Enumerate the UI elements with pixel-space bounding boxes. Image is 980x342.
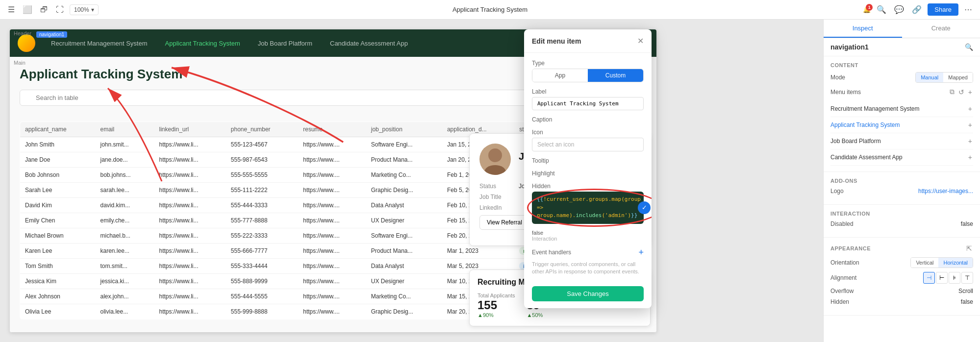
orientation-row: Orientation Vertical Horizontal (830, 257, 973, 268)
cell-email: jessica.ki... (95, 274, 154, 289)
view-referral-btn[interactable]: View Referral (479, 215, 529, 230)
add-menu-item-btn[interactable]: + (967, 87, 973, 97)
menu-icon-button[interactable]: ☰ (6, 3, 17, 16)
window-icon-button[interactable]: 🗗 (38, 3, 50, 16)
comments-icon[interactable]: 💬 (892, 3, 906, 16)
cell-name: Sarah Lee (20, 183, 96, 198)
notification-icon[interactable]: 🔔 (863, 6, 871, 13)
nav-items-list: Recruitment Management System + Applican… (830, 101, 973, 166)
copy-icon-btn[interactable]: ⧉ (949, 87, 955, 97)
nav-item-jobboard[interactable]: Job Board Platform (250, 36, 320, 51)
icon-label: Icon (532, 129, 644, 136)
add-jobboard-btn[interactable]: + (967, 136, 973, 146)
label-input[interactable] (532, 97, 644, 110)
cell-phone: 555-987-6543 (226, 152, 298, 168)
nav-item-recruitment[interactable]: Recruitment Management System (43, 36, 155, 51)
cell-phone: 555-777-8888 (226, 213, 298, 228)
cell-phone: 555-444-5555 (226, 289, 298, 304)
appearance-expand-btn[interactable]: ⇱ (965, 244, 973, 253)
overflow-value: Scroll (958, 288, 973, 294)
menu-item-actions: ⧉ ↺ + (949, 87, 973, 97)
event-handlers-label: Event handlers (532, 249, 571, 256)
cell-resume: https://www.... (298, 259, 366, 274)
hidden-label: Hidden (532, 183, 644, 190)
cell-job: UX Designer (366, 213, 442, 228)
share-button[interactable]: Share (928, 3, 958, 16)
mode-selector: Manual Mapped (915, 72, 973, 83)
search-global-icon[interactable]: 🔍 (875, 3, 888, 16)
add-applicant-btn[interactable]: + (967, 120, 973, 130)
mode-manual-btn[interactable]: Manual (916, 73, 943, 82)
logo-value: https://user-images... (918, 188, 973, 195)
create-tab[interactable]: Create (902, 20, 980, 38)
cell-email: david.kim... (95, 198, 154, 213)
panel-hidden-label: Hidden (830, 298, 849, 305)
cell-linkedin: https://www.li... (154, 198, 226, 213)
type-app-btn[interactable]: App (532, 69, 588, 82)
cell-phone: 555-111-2222 (226, 183, 298, 198)
menu-items-label: Menu items (830, 89, 861, 96)
nav-item-row-jobboard[interactable]: Job Board Platform + (830, 133, 973, 149)
cell-job: Marketing Co... (366, 168, 442, 183)
zoom-value: 100% (74, 6, 89, 13)
nav-item-row-candidate[interactable]: Candidate Assessment App + (830, 149, 973, 166)
layout-icon-button[interactable]: ⬜ (21, 3, 34, 16)
refresh-icon-btn[interactable]: ↺ (957, 87, 965, 97)
cell-resume: https://www.... (298, 289, 366, 304)
horizontal-btn[interactable]: Horizontal (938, 258, 973, 268)
cell-resume: https://www.... (298, 183, 366, 198)
add-candidate-btn[interactable]: + (967, 152, 973, 162)
modal-close-button[interactable]: ✕ (637, 36, 644, 46)
nav-item-row-recruitment[interactable]: Recruitment Management System + (830, 101, 973, 117)
cell-name: Karen Lee (20, 244, 96, 259)
align-selector: ⊣ ⊢ ⊧ ⊤ (923, 272, 973, 284)
zoom-control[interactable]: 100% ▾ (70, 4, 99, 15)
toolbar-left: ☰ ⬜ 🗗 ⛶ 100% ▾ (6, 3, 99, 16)
nav-item-candidate[interactable]: Candidate Assessment App (322, 36, 416, 51)
add-recruitment-btn[interactable]: + (967, 104, 973, 114)
align-right-btn[interactable]: ⊧ (949, 272, 960, 284)
cell-name: Alex Johnson (20, 289, 96, 304)
more-options-icon[interactable]: ⋯ (962, 3, 974, 16)
cell-phone: 555-999-8888 (226, 304, 298, 319)
job-title-label: Job Title (479, 194, 519, 200)
caption-label: Caption (532, 116, 644, 123)
type-custom-btn[interactable]: Custom (588, 69, 643, 82)
vertical-btn[interactable]: Vertical (911, 258, 938, 268)
status-label: Status (479, 183, 519, 190)
align-left-btn[interactable]: ⊣ (923, 272, 935, 284)
cell-resume: https://www.... (298, 137, 366, 152)
align-stretch-btn[interactable]: ⊤ (961, 272, 973, 284)
interaction-label: Interaction (532, 236, 644, 242)
zoom-chevron-icon: ▾ (91, 6, 94, 13)
inspect-tab[interactable]: Inspect (824, 20, 902, 38)
hires-change: ▲50% (527, 312, 567, 318)
cell-email: sarah.lee... (95, 183, 154, 198)
logo-label: Logo (830, 188, 844, 195)
logo-row: Logo https://user-images... (830, 188, 973, 195)
nav-item-label-recruitment: Recruitment Management System (830, 105, 919, 112)
add-event-btn[interactable]: + (638, 247, 644, 258)
panel-hidden-row: Hidden false (830, 298, 973, 305)
mode-mapped-btn[interactable]: Mapped (943, 73, 973, 82)
nav-item-applicant[interactable]: Applicant Tracking System (157, 36, 248, 51)
total-change: ▲90% (477, 312, 515, 318)
nav-item-row-applicant[interactable]: Applicant Tracking System + (830, 117, 973, 133)
component-search-icon[interactable]: 🔍 (965, 43, 973, 51)
cell-linkedin: https://www.li... (154, 152, 226, 168)
align-center-btn[interactable]: ⊢ (936, 272, 948, 284)
save-changes-btn[interactable]: Save Changes (532, 286, 644, 301)
edit-menu-modal: Edit menu item ✕ Type App Custom Label (524, 29, 652, 308)
cell-name: Jane Doe (20, 152, 96, 168)
fullscreen-icon-button[interactable]: ⛶ (54, 3, 66, 16)
app-logo (18, 34, 35, 52)
link-icon[interactable]: 🔗 (910, 3, 924, 16)
total-value: 155 (477, 298, 515, 312)
panel-hidden-value: false (961, 298, 973, 305)
cell-job: Data Analyst (366, 198, 442, 213)
cell-name: Olivia Lee (20, 304, 96, 319)
card-avatar (479, 144, 511, 175)
cell-phone: 555-123-4567 (226, 137, 298, 152)
cell-linkedin: https://www.li... (154, 274, 226, 289)
icon-selector[interactable]: Select an icon (532, 138, 644, 151)
